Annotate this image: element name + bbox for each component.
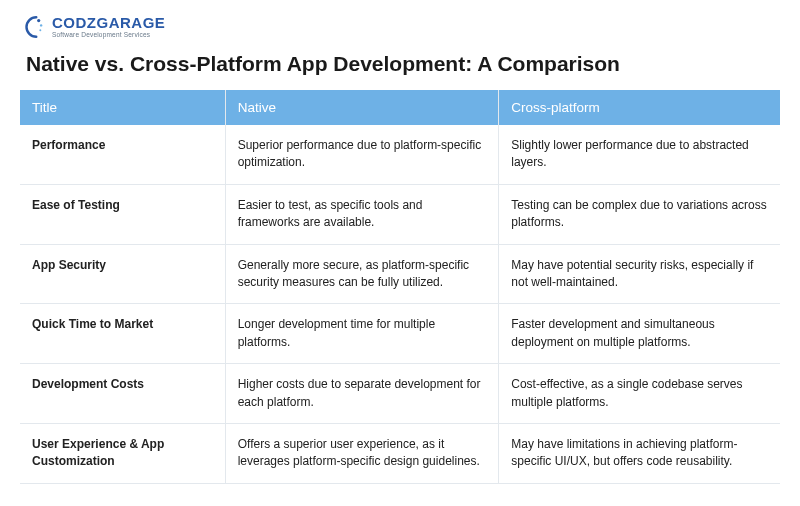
row-cross: May have potential security risks, espec…: [499, 244, 780, 304]
table-row: Performance Superior performance due to …: [20, 125, 780, 184]
col-cross: Cross-platform: [499, 90, 780, 125]
row-native: Offers a superior user experience, as it…: [225, 423, 499, 483]
row-title: Development Costs: [20, 364, 225, 424]
table-row: Quick Time to Market Longer development …: [20, 304, 780, 364]
table-row: User Experience & App Customization Offe…: [20, 423, 780, 483]
row-cross: May have limitations in achieving platfo…: [499, 423, 780, 483]
page-title: Native vs. Cross-Platform App Developmen…: [26, 52, 780, 76]
col-title: Title: [20, 90, 225, 125]
table-header-row: Title Native Cross-platform: [20, 90, 780, 125]
row-title: Ease of Testing: [20, 184, 225, 244]
svg-point-2: [39, 29, 41, 31]
col-native: Native: [225, 90, 499, 125]
row-cross: Faster development and simultaneous depl…: [499, 304, 780, 364]
svg-point-0: [37, 19, 40, 22]
row-title: Quick Time to Market: [20, 304, 225, 364]
brand-tagline: Software Development Services: [52, 32, 165, 39]
svg-point-1: [40, 24, 42, 26]
row-native: Easier to test, as specific tools and fr…: [225, 184, 499, 244]
row-cross: Slightly lower performance due to abstra…: [499, 125, 780, 184]
table-row: Development Costs Higher costs due to se…: [20, 364, 780, 424]
row-title: App Security: [20, 244, 225, 304]
brand-logo: CODZGARAGE Software Development Services: [20, 14, 780, 40]
row-cross: Cost-effective, as a single codebase ser…: [499, 364, 780, 424]
row-cross: Testing can be complex due to variations…: [499, 184, 780, 244]
table-row: Ease of Testing Easier to test, as speci…: [20, 184, 780, 244]
row-title: User Experience & App Customization: [20, 423, 225, 483]
row-native: Generally more secure, as platform-speci…: [225, 244, 499, 304]
row-native: Longer development time for multiple pla…: [225, 304, 499, 364]
row-title: Performance: [20, 125, 225, 184]
table-row: App Security Generally more secure, as p…: [20, 244, 780, 304]
row-native: Superior performance due to platform-spe…: [225, 125, 499, 184]
row-native: Higher costs due to separate development…: [225, 364, 499, 424]
comparison-table: Title Native Cross-platform Performance …: [20, 90, 780, 484]
brand-name: CODZGARAGE: [52, 15, 165, 30]
logo-icon: [20, 14, 46, 40]
